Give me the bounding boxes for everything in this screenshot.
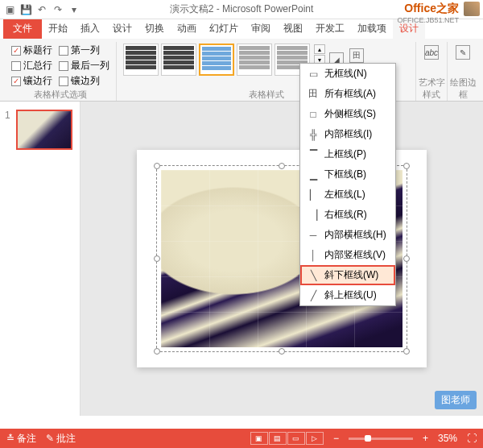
branding: Office之家 OFFICE.JB51.NET bbox=[397, 2, 459, 24]
zoom-level[interactable]: 35% bbox=[438, 433, 457, 444]
resize-handle[interactable] bbox=[154, 163, 160, 169]
wordart-icon: abc bbox=[424, 45, 439, 60]
group-label: 表格样式选项 bbox=[5, 89, 116, 101]
view-normal-icon[interactable]: ▣ bbox=[250, 432, 268, 445]
border-top[interactable]: ▔上框线(P) bbox=[300, 144, 395, 164]
table-style-2[interactable] bbox=[161, 44, 196, 76]
border-all-icon: 田 bbox=[307, 88, 320, 101]
tab-developer[interactable]: 开发工 bbox=[309, 19, 351, 39]
tab-insert[interactable]: 插入 bbox=[74, 19, 106, 39]
app-icon: ▣ bbox=[3, 3, 16, 16]
opt-banded-row[interactable]: 镶边行 bbox=[11, 74, 52, 88]
border-none-icon: ▭ bbox=[307, 68, 320, 81]
styles-up-icon[interactable]: ▴ bbox=[314, 44, 325, 54]
wordart-button[interactable]: abc bbox=[423, 44, 440, 61]
tab-start[interactable]: 开始 bbox=[42, 19, 74, 39]
group-label: 绘图边框 bbox=[448, 77, 478, 101]
opt-last-col[interactable]: 最后一列 bbox=[59, 59, 109, 73]
view-slideshow-icon[interactable]: ▷ bbox=[306, 432, 324, 445]
brand-url: OFFICE.JB51.NET bbox=[397, 16, 459, 24]
table-style-4[interactable] bbox=[237, 44, 272, 76]
slide-canvas[interactable] bbox=[80, 102, 483, 416]
border-inside-v[interactable]: │内部竖框线(V) bbox=[300, 245, 395, 265]
checkbox-icon bbox=[59, 77, 68, 86]
opt-header-row[interactable]: 标题行 bbox=[11, 44, 52, 57]
zoom-out-button[interactable]: − bbox=[333, 433, 339, 444]
save-icon[interactable]: 💾 bbox=[19, 3, 32, 16]
border-right-icon: ▕ bbox=[307, 209, 320, 222]
opt-first-col[interactable]: 第一列 bbox=[59, 44, 109, 57]
slide-number: 1 bbox=[5, 110, 10, 121]
pen-icon: ✎ bbox=[456, 45, 470, 60]
checkbox-icon bbox=[59, 61, 68, 71]
border-outside-icon: □ bbox=[307, 108, 320, 121]
watermark: 图老师 bbox=[435, 391, 477, 409]
resize-handle[interactable] bbox=[403, 255, 410, 262]
tab-slideshow[interactable]: 幻灯片 bbox=[203, 19, 245, 39]
border-icon: 田 bbox=[349, 48, 364, 63]
notes-button[interactable]: ≛ 备注 bbox=[6, 432, 36, 446]
checkbox-icon bbox=[11, 46, 21, 56]
border-right[interactable]: ▕右框线(R) bbox=[300, 205, 395, 225]
zoom-in-button[interactable]: + bbox=[423, 433, 428, 444]
table-style-3[interactable] bbox=[199, 44, 234, 76]
border-inside-h-icon: ─ bbox=[307, 229, 320, 242]
checkbox-icon bbox=[11, 77, 21, 86]
opt-total-row[interactable]: 汇总行 bbox=[11, 59, 52, 73]
border-inside-h[interactable]: ─内部横框线(H) bbox=[300, 225, 395, 245]
undo-icon[interactable]: ↶ bbox=[35, 3, 48, 16]
border-none[interactable]: ▭无框线(N) bbox=[300, 64, 395, 84]
border-left-icon: ▏ bbox=[307, 189, 320, 201]
slide-thumbnail-1[interactable] bbox=[16, 110, 72, 150]
tab-view[interactable]: 视图 bbox=[277, 19, 309, 39]
resize-handle[interactable] bbox=[154, 348, 160, 355]
zoom-slider[interactable] bbox=[349, 438, 413, 440]
border-inside[interactable]: ╬内部框线(I) bbox=[300, 124, 395, 144]
tab-file[interactable]: 文件 bbox=[3, 19, 42, 39]
group-label: 艺术字样式 bbox=[416, 77, 447, 101]
border-all[interactable]: 田所有框线(A) bbox=[300, 84, 395, 104]
group-draw-border: ✎ 绘图边框 bbox=[448, 42, 478, 101]
status-bar: ≛ 备注 ✎ 批注 ▣ ▤ ▭ ▷ − + 35% ⛶ bbox=[0, 429, 483, 448]
resize-handle[interactable] bbox=[154, 255, 160, 262]
resize-handle[interactable] bbox=[279, 163, 285, 169]
group-wordart: abc 艺术字样式 bbox=[416, 42, 448, 101]
group-table-options: 标题行 第一列 汇总行 最后一列 镶边行 镶边列 表格样式选项 bbox=[5, 42, 117, 101]
view-sorter-icon[interactable]: ▤ bbox=[269, 432, 287, 445]
view-reading-icon[interactable]: ▭ bbox=[287, 432, 305, 445]
tab-review[interactable]: 审阅 bbox=[245, 19, 277, 39]
window-title: 演示文稿2 - Microsoft PowerPoint bbox=[170, 2, 314, 16]
border-left[interactable]: ▏左框线(L) bbox=[300, 185, 395, 205]
tab-design[interactable]: 设计 bbox=[106, 19, 138, 39]
tab-animation[interactable]: 动画 bbox=[171, 19, 203, 39]
resize-handle[interactable] bbox=[403, 163, 410, 169]
border-inside-v-icon: │ bbox=[307, 249, 320, 262]
border-diag-up-icon: ╱ bbox=[307, 289, 320, 302]
checkbox-icon bbox=[11, 61, 21, 71]
tab-addin[interactable]: 加载项 bbox=[351, 19, 393, 39]
qat-more-icon[interactable]: ▾ bbox=[68, 3, 80, 16]
resize-handle[interactable] bbox=[279, 348, 285, 355]
border-top-icon: ▔ bbox=[307, 148, 320, 161]
ribbon: 标题行 第一列 汇总行 最后一列 镶边行 镶边列 表格样式选项 ▴ ▾ ≡ ◢ … bbox=[0, 39, 483, 102]
border-diag-up[interactable]: ╱斜上框线(U) bbox=[300, 285, 395, 305]
brand-logo: Office之家 bbox=[397, 2, 459, 16]
fit-window-icon[interactable]: ⛶ bbox=[467, 433, 477, 444]
border-outside[interactable]: □外侧框线(S) bbox=[300, 104, 395, 124]
comments-button[interactable]: ✎ 批注 bbox=[46, 432, 76, 446]
table-style-1[interactable] bbox=[123, 44, 159, 76]
draw-border-button[interactable]: ✎ bbox=[454, 44, 472, 61]
slide-panel: 1 bbox=[0, 102, 80, 416]
resize-handle[interactable] bbox=[403, 348, 410, 355]
tab-transition[interactable]: 切换 bbox=[138, 19, 171, 39]
border-diag-down[interactable]: ╲斜下框线(W) bbox=[300, 265, 395, 285]
borders-dropdown: ▭无框线(N) 田所有框线(A) □外侧框线(S) ╬内部框线(I) ▔上框线(… bbox=[299, 63, 396, 306]
border-bottom[interactable]: ▁下框线(B) bbox=[300, 164, 395, 185]
opt-banded-col[interactable]: 镶边列 bbox=[59, 74, 109, 88]
redo-icon[interactable]: ↷ bbox=[52, 3, 64, 16]
border-diag-down-icon: ╲ bbox=[307, 269, 320, 282]
border-inside-icon: ╬ bbox=[307, 128, 320, 141]
user-avatar[interactable] bbox=[464, 2, 480, 16]
checkbox-icon bbox=[59, 46, 68, 56]
border-bottom-icon: ▁ bbox=[307, 168, 320, 181]
